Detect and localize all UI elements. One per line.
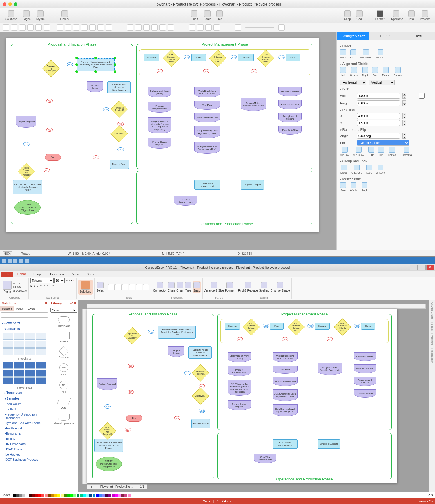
- color-swatch[interactable]: [16, 494, 19, 497]
- w-accept[interactable]: Acceptance & Closure: [354, 377, 376, 386]
- color-swatch[interactable]: [80, 494, 83, 497]
- w-sow[interactable]: Statement of Work (SOW): [228, 352, 251, 362]
- sample-item[interactable]: Football: [2, 407, 47, 412]
- rt-pen[interactable]: [136, 284, 142, 290]
- color-swatch[interactable]: [105, 494, 108, 497]
- lock-btn[interactable]: Lock: [366, 165, 372, 174]
- w-rfi[interactable]: RFI (Request for Information) and/or RFP…: [228, 380, 251, 396]
- angle-step-down[interactable]: ▾: [402, 136, 406, 139]
- pin-select[interactable]: Center-Center: [357, 140, 409, 146]
- align-right[interactable]: Right: [362, 67, 368, 77]
- sel-handle-se[interactable]: [114, 70, 116, 73]
- tb-pages[interactable]: Pages: [20, 10, 33, 21]
- group-btn[interactable]: Group: [340, 165, 347, 174]
- strip-presentation[interactable]: Presentation: [431, 348, 434, 363]
- align-top[interactable]: Top: [372, 67, 378, 77]
- rb-clone[interactable]: Clone: [168, 282, 175, 292]
- ruler-vertical[interactable]: [82, 309, 87, 484]
- tb-solutions[interactable]: Solutions: [3, 10, 19, 21]
- menu-share[interactable]: Share: [83, 272, 99, 277]
- w-close[interactable]: Close: [361, 323, 375, 330]
- tab-text[interactable]: Text: [402, 32, 435, 40]
- color-swatch[interactable]: [128, 494, 130, 497]
- height-input[interactable]: [357, 100, 400, 106]
- sel-handle-sw[interactable]: [75, 70, 78, 73]
- y-input[interactable]: [357, 120, 400, 126]
- palette-shape[interactable]: [25, 377, 35, 384]
- color-swatch[interactable]: [118, 494, 121, 497]
- x-step-up[interactable]: ▴: [402, 113, 406, 116]
- tb-info[interactable]: Info: [406, 10, 417, 21]
- palette-shape[interactable]: [3, 377, 13, 384]
- w-amend[interactable]: OLA/SLA Amendments: [254, 454, 276, 463]
- ptab-pages[interactable]: Pages: [14, 306, 26, 311]
- w-lessons[interactable]: Lessons Learned: [354, 352, 376, 361]
- win-maximize-button[interactable]: ▢: [418, 265, 426, 270]
- pen-tool[interactable]: [81, 24, 88, 31]
- color-swatch[interactable]: [96, 494, 99, 497]
- unlock-btn[interactable]: UnLock: [376, 165, 385, 174]
- connect-tool-1[interactable]: [127, 24, 133, 31]
- zoom-select[interactable]: 50%: [3, 251, 12, 256]
- shape-tool-3[interactable]: [35, 24, 42, 31]
- palette-shape[interactable]: [25, 348, 35, 355]
- color-swatch[interactable]: [54, 494, 57, 497]
- flip-horizontal[interactable]: Horizontal: [400, 147, 412, 156]
- color-swatch[interactable]: [41, 494, 44, 497]
- lock-proportions-check[interactable]: [409, 93, 435, 99]
- tree-libraries[interactable]: Libraries: [2, 326, 47, 332]
- shrink-font-icon[interactable]: A▾: [69, 279, 72, 282]
- rb-spelling[interactable]: Spelling: [259, 282, 269, 292]
- amend-node[interactable]: OLA/SLA Amendments: [174, 196, 197, 206]
- eyedropper-tool[interactable]: [89, 24, 96, 31]
- doc-tab[interactable]: Flowchart - Product life …: [97, 484, 137, 489]
- tb-format[interactable]: Format: [373, 10, 387, 21]
- w-prodreq[interactable]: Product Requirements: [228, 366, 251, 376]
- ruler-horizontal[interactable]: [87, 304, 426, 309]
- status-node[interactable]: Project Status Reports: [148, 138, 171, 149]
- shape-tool-1[interactable]: [19, 24, 26, 31]
- lib-decision[interactable]: Decision: [49, 345, 78, 361]
- start-node[interactable]: START Motive/Stimulus/ Trigger/Idea: [14, 200, 41, 215]
- lib-no[interactable]: NONO: [49, 378, 78, 396]
- rt-text[interactable]: [129, 284, 135, 290]
- palette-shape[interactable]: [14, 362, 24, 369]
- testplan-node[interactable]: Test Plan: [194, 101, 220, 110]
- win-page[interactable]: Proposal and Initiation Phase Project Ma…: [87, 309, 397, 483]
- tab-arrange-size[interactable]: Arrange & Size: [337, 32, 369, 40]
- height-step-up[interactable]: ▴: [402, 100, 406, 103]
- contimp-node[interactable]: Continuous Improvement: [194, 180, 220, 190]
- rotate-90cw[interactable]: 90° CW: [340, 147, 349, 156]
- rb-copy[interactable]: ⧉ Copy: [13, 286, 27, 289]
- qat-redo-icon[interactable]: [19, 259, 23, 263]
- order-back[interactable]: Back: [340, 49, 346, 59]
- finalize-scope-node[interactable]: Finalize Scope: [110, 160, 129, 169]
- w-finalola[interactable]: Final OLA/SLA: [354, 389, 376, 398]
- w-projprop[interactable]: Project Proposal: [97, 378, 117, 390]
- palette-shape[interactable]: [25, 362, 35, 369]
- w-finalize[interactable]: Finalize Scope: [191, 419, 210, 428]
- menu-home[interactable]: Home: [14, 271, 29, 277]
- sample-item[interactable]: Holiday: [2, 436, 47, 441]
- palette-shape[interactable]: [14, 333, 24, 340]
- curve-tool[interactable]: [65, 24, 71, 31]
- pointer-tool[interactable]: [3, 24, 9, 31]
- width-input[interactable]: [357, 93, 400, 99]
- close-node[interactable]: Close: [286, 54, 300, 61]
- shape-tool-4[interactable]: [44, 24, 50, 31]
- accept-node[interactable]: Acceptance & Closure: [278, 113, 302, 122]
- tb-snap[interactable]: Snap: [342, 10, 353, 21]
- sample-item[interactable]: HR Flowcharts: [2, 441, 47, 447]
- rt-ellipse[interactable]: [122, 284, 128, 290]
- bullets-icon[interactable]: ⋮≡: [50, 284, 54, 287]
- connect-tool-5[interactable]: [160, 24, 166, 31]
- finalola-node[interactable]: Final OLA/SLA: [278, 126, 302, 135]
- perform-needs-node[interactable]: Perform Needs Assessment, Feasibility St…: [77, 58, 115, 71]
- palette-shape[interactable]: [25, 333, 35, 340]
- ola-node[interactable]: OLA (Operating Level Agreement) Draft: [194, 126, 220, 138]
- rb-select[interactable]: Select: [96, 282, 104, 292]
- distribute-h-select[interactable]: Horizontal: [340, 80, 366, 85]
- crop-tool[interactable]: [106, 24, 112, 31]
- text-tool[interactable]: [11, 24, 17, 31]
- color-swatch[interactable]: [77, 494, 79, 497]
